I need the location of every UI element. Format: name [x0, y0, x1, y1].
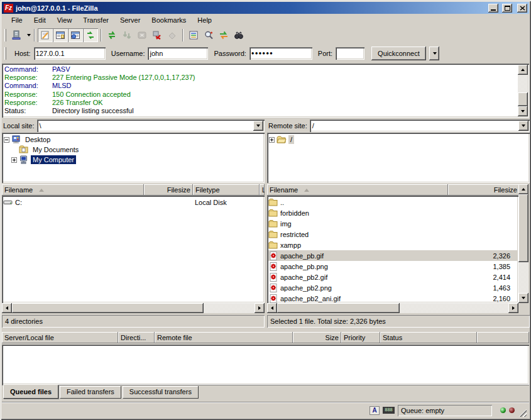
toolbar-separator: [182, 29, 183, 41]
column-header-status[interactable]: Status: [380, 332, 477, 343]
menu-file[interactable]: File: [6, 15, 28, 25]
filezilla-app-icon[interactable]: Fz: [4, 4, 13, 13]
menu-bookmarks[interactable]: Bookmarks: [146, 15, 192, 25]
tree-item-my-documents[interactable]: My Documents: [4, 145, 263, 155]
resize-grip[interactable]: [518, 408, 527, 417]
cancel-operation-button[interactable]: [134, 28, 150, 42]
scroll-thumb[interactable]: [518, 194, 528, 262]
directory-comparison-button[interactable]: [231, 28, 246, 42]
scroll-right-button[interactable]: [508, 303, 518, 313]
column-header-server-local-file[interactable]: Server/Local file: [2, 332, 118, 343]
menu-server[interactable]: Server: [114, 15, 146, 25]
tree-item-label[interactable]: Desktop: [23, 135, 52, 144]
synchronized-browsing-button[interactable]: [216, 28, 231, 42]
toggle-message-log-button[interactable]: [38, 28, 53, 42]
file-row-forbidden[interactable]: forbidden: [268, 207, 517, 218]
scroll-right-button[interactable]: [255, 303, 265, 313]
refresh-button[interactable]: [104, 28, 119, 42]
toggle-transfer-queue-button[interactable]: [83, 28, 98, 42]
close-button[interactable]: [517, 4, 527, 13]
menu-view[interactable]: View: [52, 15, 78, 25]
username-input[interactable]: [148, 47, 208, 60]
transfer-type-indicator[interactable]: A: [370, 406, 380, 416]
tree-item-label[interactable]: My Computer: [31, 155, 76, 164]
speed-limit-indicator[interactable]: 888: [383, 406, 395, 416]
minimize-button[interactable]: [488, 4, 498, 13]
toggle-remote-tree-button[interactable]: [68, 28, 83, 42]
file-row-apache-pb2-png[interactable]: apache_pb2.png 1,463: [268, 282, 517, 293]
tree-item-root[interactable]: /: [269, 135, 528, 145]
scroll-thumb[interactable]: [518, 92, 528, 106]
file-row-apache-pb2-gif[interactable]: apache_pb2.gif 2,414: [268, 272, 517, 282]
maximize-button[interactable]: [502, 4, 512, 13]
host-input[interactable]: [34, 47, 106, 60]
local-site-combo[interactable]: \: [37, 119, 265, 132]
remote-hscrollbar[interactable]: [267, 303, 518, 313]
scroll-up-button[interactable]: [518, 65, 528, 75]
scroll-up-button[interactable]: [518, 184, 528, 194]
tab-successful-transfers[interactable]: Successful transfers: [123, 386, 199, 399]
host-label: Host:: [14, 50, 31, 57]
column-header-size[interactable]: Size: [293, 332, 341, 343]
tab-failed-transfers[interactable]: Failed transfers: [60, 386, 121, 399]
abort-button[interactable]: [165, 28, 180, 42]
file-row-apache-pb-png[interactable]: apache_pb.png 1,385: [268, 261, 517, 272]
column-header-filename[interactable]: Filename: [2, 184, 144, 196]
quickconnect-button[interactable]: Quickconnect: [371, 47, 426, 60]
arrow-right-icon: [258, 306, 261, 310]
scroll-left-button[interactable]: [267, 303, 277, 313]
file-search-button[interactable]: [201, 28, 216, 42]
binoculars-icon: [234, 30, 244, 40]
column-header-filetype[interactable]: Filetype: [193, 184, 260, 196]
filter-button[interactable]: [186, 28, 201, 42]
site-manager-button[interactable]: [9, 28, 24, 42]
tree-item-label[interactable]: My Documents: [31, 145, 80, 154]
scroll-down-button[interactable]: [518, 106, 528, 116]
file-row-img[interactable]: img: [268, 218, 517, 229]
column-header-filesize[interactable]: Filesize: [448, 184, 520, 196]
scroll-thumb[interactable]: [277, 303, 400, 313]
scroll-thumb[interactable]: [12, 303, 204, 313]
menu-transfer[interactable]: Transfer: [77, 15, 114, 25]
tree-item-label[interactable]: /: [288, 135, 294, 144]
tab-queued-files[interactable]: Queued files: [3, 385, 58, 399]
file-row-restricted[interactable]: restricted: [268, 229, 517, 240]
queue-list: [2, 345, 529, 385]
remote-site-combo[interactable]: /: [310, 119, 530, 132]
column-header-direction[interactable]: Directi...: [118, 332, 155, 343]
remote-site-dropdown[interactable]: [518, 121, 528, 131]
menu-edit[interactable]: Edit: [28, 15, 52, 25]
column-header-priority[interactable]: Priority: [341, 332, 380, 343]
process-queue-button[interactable]: [119, 28, 134, 42]
toggle-local-tree-button[interactable]: [53, 28, 68, 42]
password-input[interactable]: [249, 47, 312, 60]
file-row-apache-pb-gif[interactable]: apache_pb.gif 2,326: [268, 250, 517, 261]
site-manager-dropdown[interactable]: [24, 28, 31, 42]
log-scrollbar[interactable]: [518, 65, 528, 116]
tree-item-my-computer[interactable]: My Computer: [4, 155, 263, 165]
column-header-filesize[interactable]: Filesize: [144, 184, 193, 196]
file-row-parent[interactable]: ..: [268, 197, 517, 207]
column-header-lastmodified[interactable]: L: [260, 184, 265, 196]
local-site-dropdown[interactable]: [253, 121, 263, 131]
menu-help[interactable]: Help: [192, 15, 217, 25]
scroll-left-button[interactable]: [2, 303, 12, 313]
expand-icon[interactable]: [269, 137, 275, 143]
disconnect-button[interactable]: [150, 28, 165, 42]
file-row-apache-pb2-ani-gif[interactable]: apache_pb2_ani.gif 2,160: [268, 293, 517, 303]
expand-icon[interactable]: [11, 157, 17, 163]
remote-vscrollbar[interactable]: [518, 184, 528, 303]
tree-item-desktop[interactable]: Desktop: [4, 135, 263, 145]
log-row: Command:MLSD: [4, 82, 517, 90]
column-header-filename[interactable]: Filename: [267, 184, 448, 196]
file-row-xampp[interactable]: xampp: [268, 240, 517, 250]
port-input[interactable]: [336, 47, 364, 60]
quickconnect-dropdown[interactable]: [429, 47, 439, 60]
scroll-down-button[interactable]: [518, 293, 528, 303]
local-hscrollbar[interactable]: [2, 303, 265, 313]
log-row-text: PASV: [52, 65, 70, 74]
log-row: Command:PASV: [4, 65, 517, 74]
file-row-c-drive[interactable]: C: Local Disk: [3, 197, 263, 207]
column-header-remote-file[interactable]: Remote file: [155, 332, 293, 343]
collapse-icon[interactable]: [4, 137, 9, 143]
